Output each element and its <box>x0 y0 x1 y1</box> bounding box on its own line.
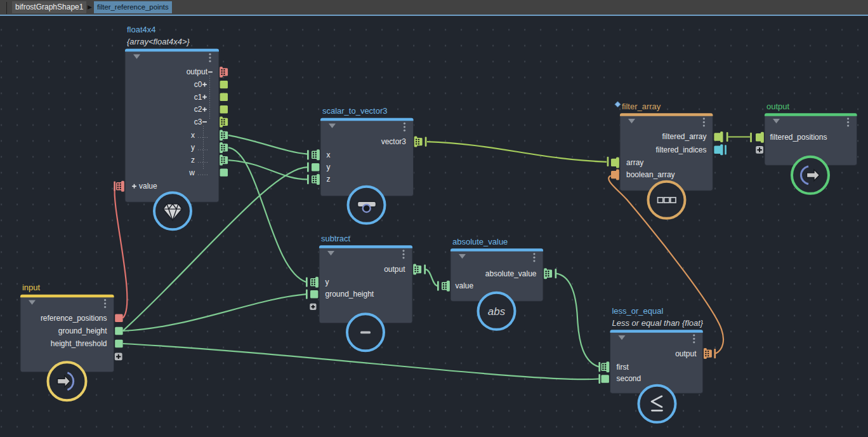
svg-text:c2: c2 <box>194 105 202 114</box>
svg-text:ground_height: ground_height <box>58 326 107 335</box>
svg-text:boolean_array: boolean_array <box>626 170 675 179</box>
svg-text:output: output <box>187 67 208 76</box>
svg-text:value: value <box>139 182 157 191</box>
svg-text:filtered_indices: filtered_indices <box>656 145 707 154</box>
svg-text:value: value <box>455 281 473 290</box>
svg-text:w: w <box>188 168 195 177</box>
svg-text:vector3: vector3 <box>381 137 407 146</box>
svg-text:filter_array: filter_array <box>622 101 661 111</box>
svg-text:{array<float4x4>}: {array<float4x4>} <box>127 37 190 46</box>
svg-text:less_or_equal: less_or_equal <box>612 306 663 315</box>
svg-text:z: z <box>191 156 195 165</box>
svg-text:abs: abs <box>488 306 506 318</box>
svg-text:output: output <box>675 349 697 358</box>
svg-text:c1: c1 <box>194 92 202 101</box>
svg-text:array: array <box>626 158 643 167</box>
svg-text:x: x <box>191 131 195 140</box>
svg-text:float4x4: float4x4 <box>127 25 155 34</box>
svg-text:z: z <box>327 175 331 184</box>
svg-text:first: first <box>616 362 629 371</box>
svg-text:ground_height: ground_height <box>326 290 374 299</box>
svg-text:height_threshold: height_threshold <box>51 339 107 348</box>
svg-text:y: y <box>191 143 195 152</box>
svg-text:c0: c0 <box>194 80 202 89</box>
svg-text:y: y <box>327 163 331 171</box>
svg-text:input: input <box>22 283 41 292</box>
svg-text:absolute_value: absolute_value <box>452 236 508 246</box>
svg-text:second: second <box>616 374 641 383</box>
svg-text:c3: c3 <box>194 118 202 126</box>
svg-text:filtered_array: filtered_array <box>662 132 707 141</box>
svg-text:subtract: subtract <box>321 233 351 243</box>
svg-text:scalar_to_vector3: scalar_to_vector3 <box>322 106 388 116</box>
svg-text:output: output <box>384 265 405 274</box>
svg-text:filtered_positions: filtered_positions <box>770 133 827 142</box>
svg-text:absolute_value: absolute_value <box>485 269 537 278</box>
svg-text:Less or equal than {float}: Less or equal than {float} <box>612 318 703 327</box>
svg-text:reference_positions: reference_positions <box>41 313 107 322</box>
svg-text:x: x <box>327 150 331 159</box>
svg-text:output: output <box>766 101 789 111</box>
svg-text:y: y <box>326 278 329 286</box>
